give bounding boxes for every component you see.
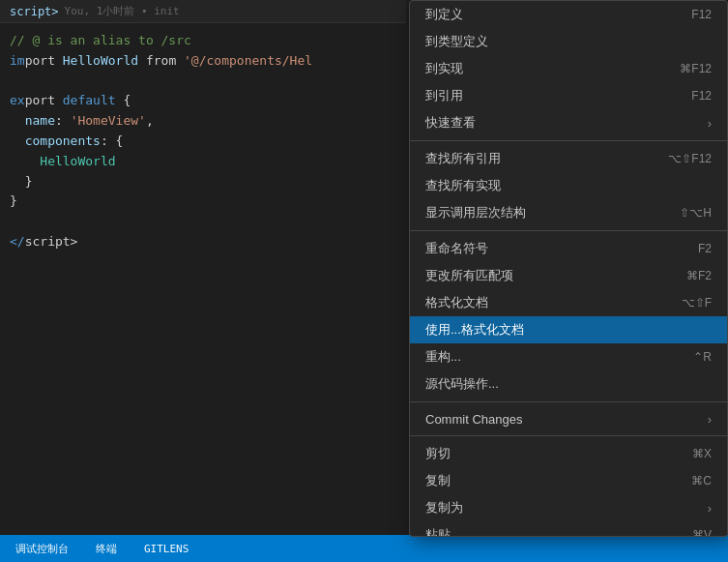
code-token: </ (10, 232, 25, 252)
code-line: } (10, 172, 396, 192)
code-token: HelloWorld (40, 152, 115, 172)
menu-item-format-document-with[interactable]: 使用...格式化文档 (410, 316, 727, 343)
code-line: import HelloWorld from '@/components/Hel (10, 51, 396, 72)
code-token: port (25, 91, 63, 111)
code-line: } (10, 192, 396, 212)
bottom-bar: 调试控制台 终端 GITLENS (0, 535, 728, 562)
menu-item-copy[interactable]: 复制 ⌘C (410, 467, 727, 494)
code-token: name (25, 111, 55, 132)
menu-item-shortcut: ⇧⌥H (680, 206, 712, 220)
menu-item-goto-type-def[interactable]: 到类型定义 (410, 28, 727, 55)
submenu-arrow-icon: › (708, 116, 712, 131)
menu-separator (410, 140, 727, 141)
menu-item-shortcut: ⌘X (692, 447, 712, 460)
menu-item-label: 使用...格式化文档 (425, 321, 712, 339)
menu-item-shortcut: F12 (691, 8, 712, 21)
code-line (10, 212, 396, 232)
code-token: : (55, 111, 71, 132)
menu-item-goto-ref[interactable]: 到引用 F12 (410, 82, 727, 109)
code-token: , (146, 111, 154, 132)
menu-item-change-all-occurrences[interactable]: 更改所有匹配项 ⌘F2 (410, 262, 727, 289)
code-line: name: 'HomeView', (10, 111, 396, 132)
menu-item-copy-as[interactable]: 复制为 › (410, 494, 727, 521)
menu-item-shortcut: ⌘V (692, 528, 712, 537)
menu-item-shortcut: F12 (691, 89, 712, 103)
code-token (10, 152, 40, 172)
menu-item-source-action[interactable]: 源代码操作... (410, 370, 727, 398)
code-token: '@/components/Hel (184, 51, 312, 72)
code-token: // @ is an alias to /src (10, 31, 191, 51)
code-token: } (10, 192, 17, 212)
menu-item-rename-symbol[interactable]: 重命名符号 F2 (410, 235, 727, 262)
menu-item-goto-impl[interactable]: 到实现 ⌘F12 (410, 55, 727, 82)
submenu-arrow-icon: › (708, 501, 712, 516)
menu-item-refactor[interactable]: 重构... ⌃R (410, 343, 727, 370)
editor-filename: script> (10, 5, 59, 18)
menu-item-shortcut: ⌥⇧F (682, 296, 712, 310)
menu-item-label: 重构... (425, 348, 664, 366)
menu-item-peek[interactable]: 快速查看 › (410, 109, 727, 136)
menu-item-label: 粘贴 (425, 526, 663, 537)
code-line: export default { (10, 91, 396, 111)
menu-item-label: 复制为 (425, 499, 700, 517)
code-token: 'HomeView' (71, 111, 146, 132)
bottom-bar-debug-console[interactable]: 调试控制台 (10, 540, 74, 558)
submenu-arrow-icon: › (708, 412, 712, 427)
menu-separator (410, 401, 727, 402)
code-token: components (25, 132, 101, 152)
context-menu: 到定义 F12 到类型定义 到实现 ⌘F12 到引用 F12 快速查看 › 查找… (409, 0, 728, 537)
menu-item-label: 显示调用层次结构 (425, 204, 651, 222)
menu-item-paste[interactable]: 粘贴 ⌘V (410, 521, 727, 537)
menu-item-commit-changes[interactable]: Commit Changes › (410, 406, 727, 431)
menu-item-label: 剪切 (425, 445, 663, 462)
menu-item-call-hierarchy[interactable]: 显示调用层次结构 ⇧⌥H (410, 199, 727, 226)
menu-item-shortcut: ⌥⇧F12 (668, 152, 712, 165)
bottom-bar-terminal[interactable]: 终端 (90, 540, 123, 558)
menu-item-label: 到定义 (425, 6, 662, 23)
menu-item-label: 格式化文档 (425, 294, 653, 311)
menu-item-label: 到类型定义 (425, 33, 712, 50)
code-content: // @ is an alias to /src import HelloWor… (0, 23, 406, 260)
menu-item-cut[interactable]: 剪切 ⌘X (410, 440, 727, 467)
code-token: HelloWorld (63, 51, 138, 72)
menu-item-label: 查找所有引用 (425, 150, 639, 167)
editor-area: script> You, 1小时前 • init // @ is an alia… (0, 0, 406, 562)
menu-separator (410, 435, 727, 436)
code-token: from (138, 51, 184, 72)
menu-item-label: 复制 (425, 472, 662, 489)
code-token: default (63, 91, 116, 111)
menu-item-label: 重命名符号 (425, 240, 669, 257)
code-token: { (116, 91, 131, 111)
menu-item-label: 更改所有匹配项 (425, 267, 657, 284)
menu-item-shortcut: ⌘F2 (686, 269, 712, 282)
menu-item-label: 到引用 (425, 87, 662, 104)
code-token: : { (101, 132, 123, 152)
menu-separator (410, 230, 727, 231)
menu-item-shortcut: ⌃R (693, 350, 712, 364)
editor-header: script> You, 1小时前 • init (0, 0, 406, 23)
menu-item-label: Commit Changes (425, 412, 700, 427)
menu-item-find-all-impl[interactable]: 查找所有实现 (410, 172, 727, 199)
code-line: // @ is an alias to /src (10, 31, 396, 51)
bottom-bar-gitlens[interactable]: GITLENS (138, 541, 194, 557)
menu-item-shortcut: F2 (698, 242, 712, 255)
menu-item-shortcut: ⌘C (691, 474, 712, 488)
menu-item-label: 快速查看 (425, 114, 700, 132)
code-line: HelloWorld (10, 152, 396, 172)
editor-meta: You, 1小时前 • init (65, 4, 180, 18)
menu-item-format-document[interactable]: 格式化文档 ⌥⇧F (410, 289, 727, 316)
code-token: ex (10, 91, 25, 111)
code-token: } (10, 172, 32, 192)
menu-item-shortcut: ⌘F12 (680, 62, 712, 75)
menu-item-label: 源代码操作... (425, 375, 712, 393)
code-token: im (10, 51, 25, 72)
code-line: </script> (10, 232, 396, 252)
code-line (10, 72, 396, 92)
code-token: script> (25, 232, 78, 252)
menu-item-label: 到实现 (425, 60, 651, 77)
code-line: components: { (10, 132, 396, 152)
menu-item-goto-def[interactable]: 到定义 F12 (410, 1, 727, 28)
menu-item-label: 查找所有实现 (425, 177, 712, 194)
menu-item-find-all-refs[interactable]: 查找所有引用 ⌥⇧F12 (410, 145, 727, 172)
code-token (10, 111, 25, 132)
